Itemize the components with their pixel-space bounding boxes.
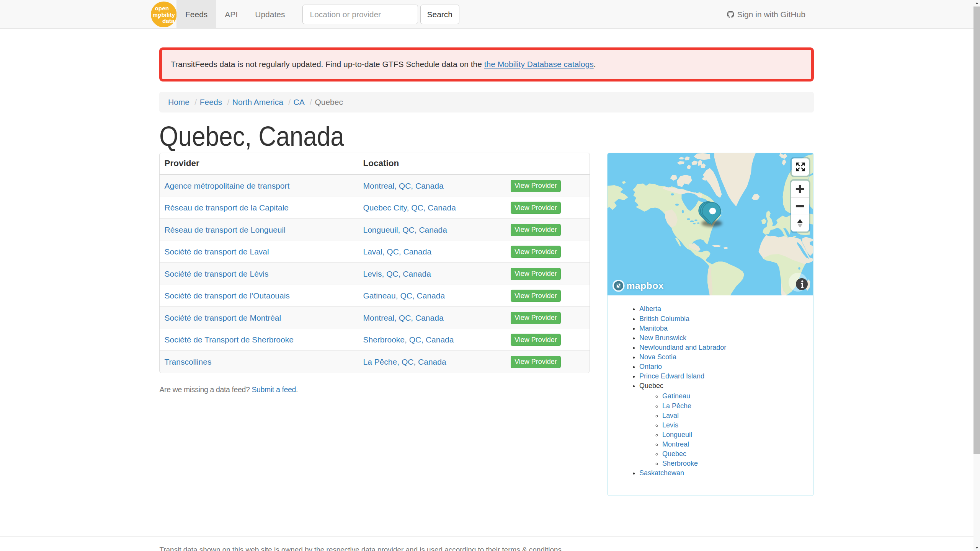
svg-text:data: data xyxy=(162,18,175,24)
svg-text:open: open xyxy=(155,5,169,11)
svg-text:mobility: mobility xyxy=(152,11,175,18)
